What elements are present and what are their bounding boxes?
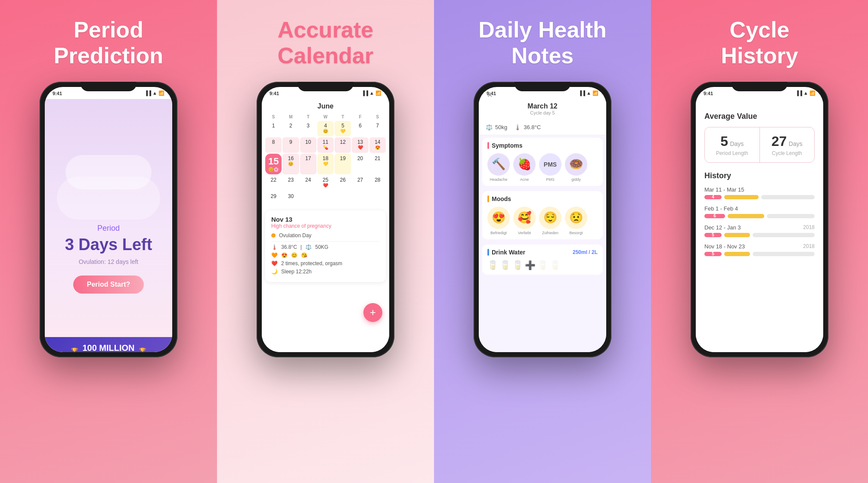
period-label: Period bbox=[97, 224, 120, 233]
phone-notch-3 bbox=[515, 82, 570, 91]
weight-value: 50kg bbox=[495, 124, 507, 130]
temp-icon: 🌡️ bbox=[514, 124, 521, 130]
cycle-length-cell: 27 Days Cycle Length bbox=[760, 127, 815, 162]
popup-sex-text: 2 times, protected, orgasm bbox=[281, 260, 342, 266]
cal-11: 11💊 bbox=[317, 137, 334, 153]
bar-num-1: 4 bbox=[712, 195, 714, 199]
popup-temp: 36.8°C bbox=[281, 244, 297, 250]
mood-befriedigt[interactable]: 😍 Befriedigt bbox=[487, 207, 510, 235]
avg-value-title: Average Value bbox=[704, 112, 815, 121]
cal-8: 8 bbox=[265, 137, 282, 153]
water-cup-3[interactable]: 🥛 bbox=[512, 260, 523, 270]
history-title: History bbox=[704, 171, 815, 180]
popup-sleep-text: Sleep 12:22h bbox=[281, 269, 312, 275]
cal-22: 22 bbox=[265, 175, 282, 191]
history-item-3: Dec 12 - Jan 3 2018 5 bbox=[704, 224, 815, 237]
symptom-giddy[interactable]: 🍩 giddy bbox=[565, 153, 587, 182]
history-item-2: Feb 1 - Feb 4 6 bbox=[704, 205, 815, 218]
symptoms-title-text: Symptoms bbox=[492, 142, 523, 149]
screen4: Average Value 5 Days Period Length 27 Da… bbox=[696, 99, 823, 352]
screen3-cycle-day: Cycle day 5 bbox=[486, 110, 599, 115]
history-year-4: 2018 bbox=[803, 243, 815, 249]
cal-17: 17 bbox=[300, 154, 316, 174]
water-cup-1[interactable]: 🥛 bbox=[487, 260, 498, 270]
water-cup-2[interactable]: 🥛 bbox=[500, 260, 511, 270]
fab-button[interactable]: + bbox=[363, 303, 382, 322]
temp-value: 36.8°C bbox=[524, 124, 541, 130]
popup-divider bbox=[271, 241, 380, 242]
cal-15[interactable]: 15😊🌸 bbox=[265, 154, 282, 174]
cal-empty3 bbox=[335, 192, 351, 207]
cal-29: 29 bbox=[265, 192, 282, 207]
popup-line1: Ovulation Day bbox=[279, 232, 311, 238]
symptom-acne[interactable]: 🍓 Acne bbox=[513, 153, 536, 182]
cal-27: 27 bbox=[352, 175, 368, 191]
cal-21: 21 bbox=[369, 154, 386, 174]
cal-23: 23 bbox=[282, 175, 299, 191]
bar-num-4: 5 bbox=[712, 251, 714, 256]
mood-verliebt[interactable]: 🥰 Verliebt bbox=[513, 207, 536, 235]
signal-4: ▐▐ ▲ 📶 bbox=[795, 90, 815, 96]
cal-28: 28 bbox=[369, 175, 386, 191]
phone-screen-4: 9:41 ▐▐ ▲ 📶 Average Value 5 Days Period … bbox=[696, 87, 823, 352]
signal-3: ▐▐ ▲ 📶 bbox=[578, 90, 598, 96]
history-date-3: Dec 12 - Jan 3 bbox=[704, 224, 741, 231]
symptom-headache[interactable]: 🔨 Headache bbox=[487, 153, 510, 182]
popup-sub: High chance of pregnancy bbox=[271, 223, 380, 229]
popup-moods: 🧡😍😊😘 bbox=[271, 252, 380, 258]
symptom-pms[interactable]: PMS PMS bbox=[539, 153, 561, 182]
water-cup-5: 🥛 bbox=[550, 260, 561, 270]
drink-title-text: Drink Water bbox=[492, 249, 525, 256]
red-bar-wrap-4: 5 bbox=[704, 252, 722, 256]
temp-stat: 🌡️ 36.8°C bbox=[514, 124, 541, 130]
close-button[interactable]: ✕ bbox=[485, 90, 494, 100]
calendar-grid: S M T W T F S 1 2 3 4😊 5💛 6 7 8 bbox=[262, 114, 389, 207]
phone-frame-1: 9:41 ▐▐ ▲ 📶 Period 3 Days Left Ovulation… bbox=[40, 82, 177, 357]
red-bar-wrap-3: 5 bbox=[704, 233, 722, 237]
cal-9: 9 bbox=[282, 137, 299, 153]
gray-bar-4 bbox=[753, 252, 815, 256]
time-1: 9:41 bbox=[53, 91, 62, 96]
phone-frame-2: 9:41 ▐▐ ▲ 📶 June S M T W T F S 1 2 3 bbox=[257, 82, 394, 357]
cal-4: 4😊 bbox=[317, 121, 334, 136]
moods-title: Moods bbox=[487, 195, 598, 202]
phone-frame-4: 9:41 ▐▐ ▲ 📶 Average Value 5 Days Period … bbox=[691, 82, 828, 357]
moon-icon: 🌙 bbox=[271, 269, 278, 275]
water-bar bbox=[487, 249, 489, 256]
red-bar-wrap-1: 4 bbox=[704, 195, 722, 199]
ovulation-text: Ovulation: 12 days left bbox=[79, 258, 139, 265]
phone-notch-4 bbox=[732, 82, 787, 91]
cal-19: 19 bbox=[335, 154, 351, 174]
cal-empty2 bbox=[317, 192, 334, 207]
cal-13: 13❤️ bbox=[352, 137, 368, 153]
water-amount: 250ml / 2L bbox=[573, 249, 598, 255]
avg-grid: 5 Days Period Length 27 Days Cycle Lengt… bbox=[704, 127, 815, 163]
history-year-3: 2018 bbox=[803, 224, 815, 230]
popup-sleep: 🌙 Sleep 12:22h bbox=[271, 269, 380, 275]
screen2: June S M T W T F S 1 2 3 4😊 5💛 6 bbox=[262, 99, 389, 352]
screen1-content: Period 3 Days Left Ovulation: 12 days le… bbox=[45, 99, 172, 337]
time-4: 9:41 bbox=[704, 91, 713, 96]
mood-zufrieden[interactable]: 😌 Zufrieden bbox=[539, 207, 561, 235]
heart-icon: ❤️ bbox=[271, 260, 278, 266]
water-cup-add[interactable]: ➕ bbox=[525, 260, 536, 270]
period-days-value: 5 Days bbox=[712, 133, 753, 149]
cal-14: 14😍 bbox=[369, 137, 386, 153]
weight-stat: ⚖️ 50kg bbox=[486, 124, 507, 130]
calendar-month: June bbox=[262, 99, 389, 114]
panel-period-prediction: PeriodPrediction 9:41 ▐▐ ▲ 📶 Period 3 Da… bbox=[0, 0, 217, 483]
phone-screen-1: 9:41 ▐▐ ▲ 📶 Period 3 Days Left Ovulation… bbox=[45, 87, 172, 352]
phone-screen-3: 9:41 ▐▐ ▲ 📶 ✕ March 12 Cycle day 5 ⚖️ 50… bbox=[479, 87, 606, 352]
period-start-button[interactable]: Period Start? bbox=[73, 276, 144, 294]
panel-cycle-history: CycleHistory 9:41 ▐▐ ▲ 📶 Average Value 5… bbox=[651, 0, 868, 483]
badge-big: 100 MILLION bbox=[82, 343, 134, 352]
thermometer-icon: 🌡️ bbox=[271, 244, 278, 250]
mood-besorgt[interactable]: 😟 Besorgt bbox=[565, 207, 587, 235]
laurel-right: 🏆 bbox=[139, 347, 146, 352]
cal-3: 3 bbox=[300, 121, 316, 136]
cal-7: 7 bbox=[369, 121, 386, 136]
gray-bar-3 bbox=[753, 233, 815, 237]
cal-20: 20 bbox=[352, 154, 368, 174]
yellow-bar-4 bbox=[724, 252, 750, 256]
orange-dot bbox=[271, 233, 276, 238]
